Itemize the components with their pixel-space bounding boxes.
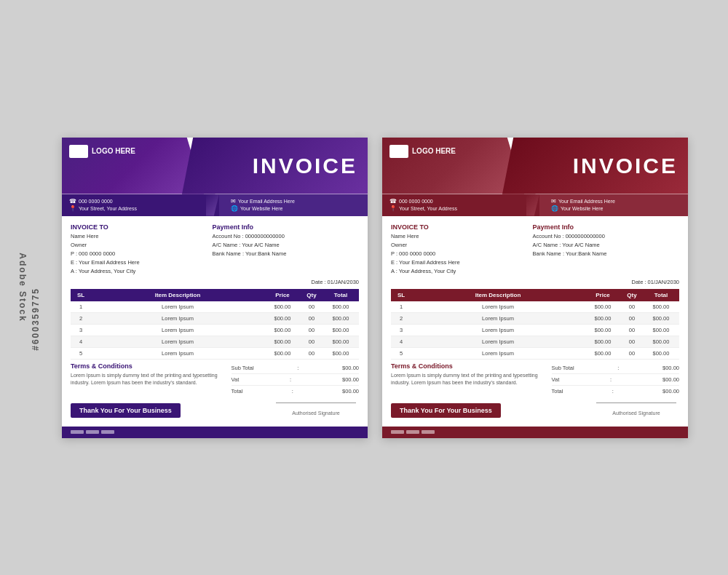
maroon-invoice-to: INVOICE TO Name Here Owner P : 000 0000 … <box>391 223 526 276</box>
maroon-logo: LOGO HERE <box>389 145 456 158</box>
purple-footer <box>62 427 368 438</box>
purple-th-desc: Item Description <box>91 289 264 301</box>
table-cell: $00.00 <box>585 347 621 359</box>
purple-terms-text: Lorem Ipsum is simply dummy text of the … <box>71 372 224 387</box>
table-cell: $00.00 <box>585 312 621 324</box>
maroon-th-qty: Qty <box>621 289 643 301</box>
table-cell: 00 <box>301 336 323 347</box>
purple-payment-title: Payment Info <box>213 223 359 231</box>
purple-payment-info: Payment Info Account No : 0000000000000 … <box>213 223 359 276</box>
table-cell: Lorem Ipsum <box>91 301 264 313</box>
maroon-totals: Sub Total : $00.00 Vat : $00.00 Total : <box>552 362 679 397</box>
page-container: #600359775 Adobe Stock INVOICE LOGO HERE <box>0 0 728 575</box>
maroon-email-row: ✉ Your Email Address Here <box>551 198 688 205</box>
table-cell: 1 <box>71 301 91 313</box>
purple-signature: Authorised Signature <box>292 411 339 416</box>
purple-terms-title: Terms & Conditions <box>71 362 224 370</box>
maroon-terms-text: Lorem Ipsum is simply dummy text of the … <box>391 372 545 387</box>
maroon-payment-title: Payment Info <box>533 223 679 231</box>
table-cell: 00 <box>301 347 323 359</box>
maroon-th-price: Price <box>585 289 621 301</box>
table-cell: $00.00 <box>585 301 621 313</box>
table-cell: 3 <box>71 324 91 336</box>
purple-body: INVOICE TO Name Here Owner P : 000 0000 … <box>62 216 368 422</box>
table-cell: 00 <box>621 312 643 324</box>
purple-th-price: Price <box>264 289 301 301</box>
maroon-thankyou: Thank You For Your Business <box>391 403 501 418</box>
table-cell: Lorem Ipsum <box>91 324 264 336</box>
table-cell: $00.00 <box>643 336 679 347</box>
maroon-th-sl: SL <box>391 289 411 301</box>
maroon-address-row: 📍 Your Street, Your Address <box>389 205 526 212</box>
table-cell: $00.00 <box>323 312 359 324</box>
purple-contact-bar: ☎ 000 0000 0000 📍 Your Street, Your Addr… <box>62 194 368 216</box>
maroon-terms: Terms & Conditions Lorem Ipsum is simply… <box>391 362 545 397</box>
table-cell: $00.00 <box>264 336 301 347</box>
table-cell: $00.00 <box>585 336 621 347</box>
table-cell: 2 <box>391 312 411 324</box>
table-cell: 00 <box>301 312 323 324</box>
table-cell: 00 <box>621 324 643 336</box>
maroon-website-row: 🌐 Your Website Here <box>551 205 688 212</box>
table-cell: 5 <box>391 347 411 359</box>
purple-invoice-to-title: INVOICE TO <box>71 223 205 231</box>
table-cell: Lorem Ipsum <box>411 312 585 324</box>
table-cell: 00 <box>621 301 643 313</box>
maroon-contact-bar: ☎ 000 0000 0000 📍 Your Street, Your Addr… <box>382 194 688 216</box>
purple-totals: Sub Total : $00.00 Vat : $00.00 Total : <box>232 362 359 397</box>
table-cell: Lorem Ipsum <box>91 336 264 347</box>
purple-website-row: 🌐 Your Website Here <box>231 205 368 212</box>
maroon-signature: Authorised Signature <box>612 411 660 416</box>
table-cell: $00.00 <box>323 336 359 347</box>
table-cell: $00.00 <box>643 324 679 336</box>
maroon-th-total: Total <box>643 289 679 301</box>
maroon-th-desc: Item Description <box>411 289 585 301</box>
maroon-footer <box>382 427 688 438</box>
table-cell: $00.00 <box>643 347 679 359</box>
maroon-table: SL Item Description Price Qty Total 1Lor… <box>391 289 679 360</box>
adobe-stock-label: Adobe Stock <box>17 253 28 322</box>
table-cell: 00 <box>621 347 643 359</box>
purple-address-row: 📍 Your Street, Your Address <box>69 205 206 212</box>
purple-date: Date : 01/JAN/2030 <box>71 279 359 285</box>
purple-thankyou: Thank You For Your Business <box>71 403 181 418</box>
maroon-invoice-to-title: INVOICE TO <box>391 223 526 231</box>
table-cell: $00.00 <box>264 301 301 313</box>
table-cell: 4 <box>71 336 91 347</box>
purple-invoice-to: INVOICE TO Name Here Owner P : 000 0000 … <box>71 223 205 276</box>
purple-th-sl: SL <box>71 289 91 301</box>
table-cell: 5 <box>71 347 91 359</box>
invoice-purple: INVOICE LOGO HERE ☎ 000 0000 0000 📍 <box>62 138 368 438</box>
purple-logo: LOGO HERE <box>69 145 135 158</box>
purple-phone-row: ☎ 000 0000 0000 <box>69 198 206 205</box>
table-cell: $00.00 <box>323 301 359 313</box>
table-cell: 1 <box>391 301 411 313</box>
purple-th-qty: Qty <box>301 289 323 301</box>
table-cell: Lorem Ipsum <box>411 347 585 359</box>
table-cell: 00 <box>301 324 323 336</box>
stock-id: #600359775 <box>31 288 41 351</box>
purple-header: INVOICE LOGO HERE <box>62 138 368 194</box>
table-cell: $00.00 <box>264 312 301 324</box>
maroon-terms-title: Terms & Conditions <box>391 362 545 370</box>
table-cell: Lorem Ipsum <box>411 336 585 347</box>
table-cell: $00.00 <box>264 347 301 359</box>
purple-th-total: Total <box>323 289 359 301</box>
table-cell: $00.00 <box>585 324 621 336</box>
maroon-body: INVOICE TO Name Here Owner P : 000 0000 … <box>382 216 688 422</box>
purple-invoice-title: INVOICE <box>253 154 357 178</box>
table-cell: 4 <box>391 336 411 347</box>
table-cell: 2 <box>71 312 91 324</box>
maroon-phone-row: ☎ 000 0000 0000 <box>389 198 526 205</box>
invoice-maroon: INVOICE LOGO HERE ☎ 000 0000 0000 📍 <box>382 138 688 438</box>
maroon-invoice-title: INVOICE <box>573 154 678 178</box>
table-cell: $00.00 <box>264 324 301 336</box>
purple-table: SL Item Description Price Qty Total 1Lor… <box>71 289 359 360</box>
table-cell: Lorem Ipsum <box>91 312 264 324</box>
maroon-logo-text: LOGO HERE <box>412 147 456 155</box>
purple-terms: Terms & Conditions Lorem Ipsum is simply… <box>71 362 224 397</box>
table-cell: $00.00 <box>323 324 359 336</box>
table-cell: Lorem Ipsum <box>411 324 585 336</box>
purple-logo-text: LOGO HERE <box>92 147 135 155</box>
table-cell: $00.00 <box>323 347 359 359</box>
